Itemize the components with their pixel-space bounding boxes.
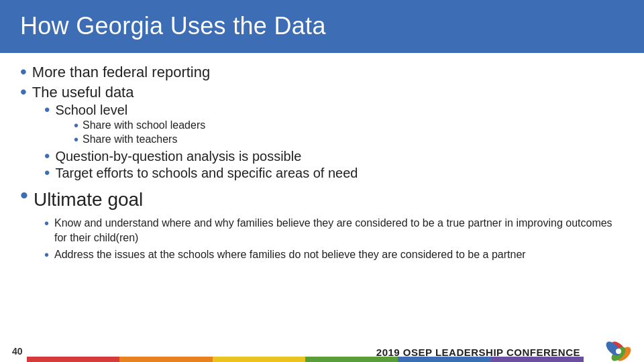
bullet-know-understand-text: Know and understand where and why famili… — [54, 216, 624, 246]
bullet-more-than-federal-text: More than federal reporting — [32, 64, 210, 81]
bar-yellow — [213, 357, 305, 362]
slide-title: How Georgia Uses the Data — [20, 12, 624, 40]
slide-content: • More than federal reporting • The usef… — [0, 54, 644, 337]
bar-red — [27, 357, 119, 362]
bullet-target-efforts: • Target efforts to schools and specific… — [20, 166, 624, 181]
bullet-dot: • — [44, 102, 50, 118]
bullet-useful-data-text: The useful data — [32, 84, 134, 101]
bullet-share-teachers: • Share with teachers — [20, 133, 624, 146]
bullet-dot: • — [74, 133, 78, 146]
bullet-dot: • — [44, 148, 50, 164]
bullet-question-by-question-text: Question-by-question analysis is possibl… — [55, 149, 301, 164]
slide: How Georgia Uses the Data • More than fe… — [0, 0, 644, 362]
bullet-school-level-text: School level — [55, 103, 127, 118]
bullet-share-leaders: • Share with school leaders — [20, 119, 624, 132]
bar-orange — [119, 357, 212, 362]
bullet-ultimate-goal-text: Ultimate goal — [34, 189, 143, 210]
bullet-ultimate-goal: • Ultimate goal — [20, 185, 624, 213]
footer-logo — [600, 337, 640, 361]
bullet-useful-data: • The useful data — [20, 84, 624, 101]
conference-label: 2019 OSEP LEADERSHIP CONFERENCE — [376, 347, 580, 358]
slide-footer: 40 2019 OSEP LEADERSHIP CONFERENCE — [0, 337, 644, 362]
bullet-school-level: • School level — [20, 103, 624, 118]
bullet-share-teachers-text: Share with teachers — [83, 133, 177, 145]
bullet-dot: • — [20, 82, 27, 101]
bullet-address-issues-text: Address the issues at the schools where … — [54, 247, 526, 262]
bullet-dot: • — [74, 119, 78, 132]
slide-header: How Georgia Uses the Data — [0, 0, 644, 51]
page-number: 40 — [5, 346, 23, 357]
bullet-more-than-federal: • More than federal reporting — [20, 64, 624, 81]
bullet-share-leaders-text: Share with school leaders — [83, 119, 205, 131]
bullet-address-issues: • Address the issues at the schools wher… — [20, 247, 624, 262]
header-divider — [0, 51, 644, 53]
bullet-dot: • — [20, 184, 28, 206]
bullet-dot: • — [44, 165, 50, 181]
bullet-target-efforts-text: Target efforts to schools and specific a… — [55, 166, 358, 181]
bullet-dot: • — [44, 217, 49, 230]
bullet-know-understand: • Know and understand where and why fami… — [20, 216, 624, 246]
bullet-dot: • — [44, 248, 49, 261]
svg-point-4 — [616, 349, 621, 354]
bullet-question-by-question: • Question-by-question analysis is possi… — [20, 149, 624, 164]
bullet-dot: • — [20, 62, 27, 81]
